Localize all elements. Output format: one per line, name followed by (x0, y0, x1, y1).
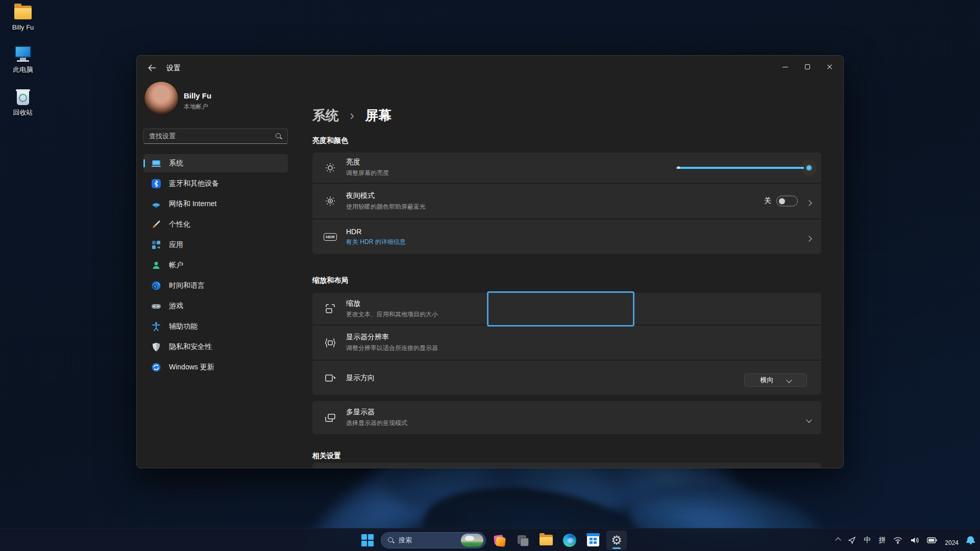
slider-handle[interactable] (804, 163, 814, 173)
sidebar-item-system[interactable]: 系统 (143, 154, 288, 172)
brightness-icon (324, 161, 337, 174)
breadcrumb-parent[interactable]: 系统 (312, 108, 339, 123)
back-button[interactable] (145, 62, 159, 74)
sidebar-item-apps[interactable]: 应用 (143, 236, 288, 254)
row-subtitle: 更改文本、应用和其他项目的大小 (346, 310, 438, 319)
taskbar-app-task-view[interactable] (512, 531, 533, 550)
row-subtitle: 选择显示器的呈现模式 (346, 419, 407, 428)
microsoft-store-icon (587, 535, 599, 546)
notification-bell-icon[interactable] (966, 536, 975, 544)
toggle-knob (779, 198, 785, 204)
hidden-icons-button[interactable] (836, 538, 840, 542)
monitor-icon (13, 45, 33, 63)
row-subtitle: 调整屏幕的亮度 (346, 169, 389, 178)
sidebar-item-label: 应用 (169, 240, 183, 249)
sidebar-item-gaming[interactable]: 游戏 (143, 297, 288, 315)
clock[interactable]: 2024 (945, 534, 959, 546)
row-title: 缩放 (346, 299, 438, 308)
chevron-up-icon (836, 537, 841, 543)
chevron-down-icon[interactable] (806, 417, 812, 422)
gear-icon: ⚙ (611, 534, 622, 546)
desktop-icon-recycle-bin[interactable]: 回收站 (0, 88, 46, 117)
taskbar-app-widgets[interactable] (489, 531, 509, 550)
sidebar-item-label: Windows 更新 (169, 363, 214, 372)
taskbar-app-edge[interactable] (559, 531, 580, 550)
colorful-cards-icon (493, 534, 505, 546)
row-multi-display[interactable]: 多显示器 选择显示器的呈现模式 (312, 401, 821, 434)
sidebar-item-network-internet[interactable]: 网络和 Internet (143, 195, 288, 213)
ime-layout-indicator[interactable]: 拼 (878, 536, 886, 545)
battery-icon[interactable] (927, 537, 937, 543)
chevron-right-icon[interactable] (806, 200, 812, 206)
sidebar-item-personalization[interactable]: 个性化 (143, 215, 288, 234)
apps-grid-icon (151, 239, 162, 251)
avatar[interactable] (144, 81, 179, 116)
orientation-value: 横向 (761, 375, 774, 385)
volume-icon[interactable] (910, 536, 919, 544)
ime-mode-indicator[interactable]: 中 (864, 536, 871, 545)
taskbar-app-file-explorer[interactable] (536, 531, 556, 550)
sidebar-item-label: 游戏 (169, 302, 183, 311)
wifi-icon[interactable] (893, 537, 902, 544)
sidebar-item-privacy-security[interactable]: 隐私和安全性 (143, 338, 288, 356)
settings-search-input[interactable]: 查找设置 (143, 129, 288, 144)
back-arrow-icon (148, 64, 156, 71)
sidebar-nav: 系统 蓝牙和其他设备 网络和 Internet 个性化 (143, 154, 288, 379)
breadcrumb: 系统 › 屏幕 (312, 107, 391, 124)
sidebar-item-label: 系统 (169, 159, 183, 168)
settings-window: 设置 Billy Fu 本地帐户 查找设置 系统 (136, 55, 844, 468)
sidebar-item-label: 辅助功能 (169, 322, 198, 331)
start-button[interactable] (357, 531, 378, 550)
desktop-icon-label: Billy Fu (0, 23, 46, 31)
update-icon (151, 362, 162, 373)
account-type: 本地帐户 (184, 103, 208, 111)
row-subtitle: 调整分辨率以适合所连接的显示器 (346, 344, 438, 353)
search-placeholder: 查找设置 (149, 132, 275, 141)
multi-display-icon (324, 411, 337, 424)
row-title: 显示方向 (346, 373, 375, 383)
related-settings-card-partial (312, 463, 821, 468)
sidebar-item-label: 个性化 (169, 220, 190, 229)
scale-icon (324, 302, 337, 315)
sidebar-item-accessibility[interactable]: 辅助功能 (143, 317, 288, 336)
section-header-scale-layout: 缩放和布局 (312, 276, 348, 285)
sidebar-item-time-language[interactable]: 时间和语言 (143, 277, 288, 295)
brightness-slider[interactable] (676, 167, 810, 169)
windows-logo-icon (361, 534, 374, 546)
folder-icon (540, 535, 553, 546)
taskbar-search[interactable]: 搜索 (381, 532, 486, 548)
bluetooth-icon (151, 178, 162, 189)
folder-icon (13, 3, 33, 21)
close-button[interactable] (819, 59, 841, 75)
desktop-icon-this-pc[interactable]: 此电脑 (0, 45, 46, 74)
row-scale[interactable]: 缩放 更改文本、应用和其他项目的大小 (312, 293, 821, 324)
row-title: 亮度 (346, 158, 389, 167)
orientation-dropdown[interactable]: 横向 (744, 373, 807, 387)
orientation-icon (324, 371, 337, 385)
section-header-brightness-color: 亮度和颜色 (312, 136, 348, 145)
page-title: 屏幕 (365, 108, 391, 123)
edge-browser-icon (563, 534, 576, 547)
night-mode-toggle[interactable] (776, 196, 798, 207)
row-hdr[interactable]: HDR HDR 有关 HDR 的详细信息 (312, 218, 821, 254)
chevron-right-icon[interactable] (806, 236, 812, 241)
row-resolution: 显示器分辨率 调整分辨率以适合所连接的显示器 (312, 324, 821, 360)
sidebar-item-accounts[interactable]: 帐户 (143, 256, 288, 274)
sidebar-item-bluetooth-devices[interactable]: 蓝牙和其他设备 (143, 174, 288, 193)
search-icon (275, 133, 282, 140)
location-indicator-icon[interactable] (848, 536, 856, 544)
sidebar-item-label: 时间和语言 (169, 281, 205, 290)
night-light-icon (324, 194, 337, 208)
taskbar-app-settings[interactable]: ⚙ (606, 531, 627, 550)
sidebar-item-windows-update[interactable]: Windows 更新 (143, 358, 288, 377)
row-brightness: 亮度 调整屏幕的亮度 (312, 153, 821, 183)
search-icon (387, 537, 395, 544)
hdr-info-link[interactable]: 有关 HDR 的详细信息 (346, 238, 406, 246)
taskbar-app-store[interactable] (583, 531, 603, 550)
row-title: 多显示器 (346, 408, 407, 417)
accessibility-icon (151, 321, 162, 332)
wifi-globe-icon (151, 198, 162, 210)
account-name: Billy Fu (184, 91, 211, 100)
gamepad-icon (151, 300, 162, 312)
desktop-icon-billy-fu[interactable]: Billy Fu (0, 3, 46, 31)
